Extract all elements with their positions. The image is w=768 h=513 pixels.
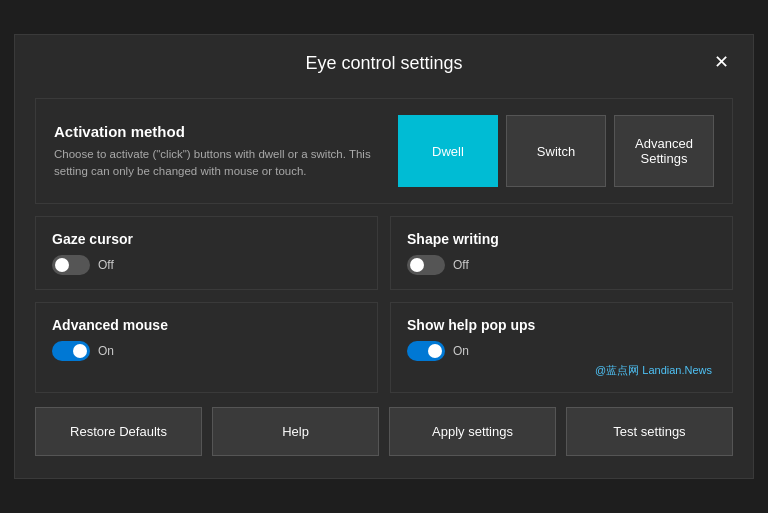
activation-title: Activation method xyxy=(54,123,378,140)
eye-control-dialog: Eye control settings ✕ Activation method… xyxy=(14,34,754,479)
show-help-title: Show help pop ups xyxy=(407,317,716,333)
show-help-label: On xyxy=(453,344,469,358)
dialog-body: Activation method Choose to activate ("c… xyxy=(15,88,753,478)
restore-defaults-button[interactable]: Restore Defaults xyxy=(35,407,202,456)
dialog-title: Eye control settings xyxy=(305,53,462,74)
advanced-mouse-toggle-row: On xyxy=(52,341,361,361)
gaze-cursor-toggle[interactable] xyxy=(52,255,90,275)
gaze-cursor-label: Off xyxy=(98,258,114,272)
shape-writing-title: Shape writing xyxy=(407,231,716,247)
shape-writing-toggle[interactable] xyxy=(407,255,445,275)
advanced-mouse-title: Advanced mouse xyxy=(52,317,361,333)
gaze-cursor-knob xyxy=(55,258,69,272)
bottom-buttons: Restore Defaults Help Apply settings Tes… xyxy=(35,407,733,462)
activation-buttons: Dwell Switch Advanced Settings xyxy=(398,115,714,187)
apply-settings-button[interactable]: Apply settings xyxy=(389,407,556,456)
activation-section: Activation method Choose to activate ("c… xyxy=(35,98,733,204)
switch-button[interactable]: Switch xyxy=(506,115,606,187)
advanced-mouse-toggle[interactable] xyxy=(52,341,90,361)
show-help-knob xyxy=(428,344,442,358)
close-button[interactable]: ✕ xyxy=(706,49,737,75)
shape-writing-knob xyxy=(410,258,424,272)
gaze-cursor-toggle-row: Off xyxy=(52,255,361,275)
watermark: @蓝点网 Landian.News xyxy=(407,363,716,378)
gaze-cursor-section: Gaze cursor Off xyxy=(35,216,378,290)
advanced-mouse-knob xyxy=(73,344,87,358)
help-button[interactable]: Help xyxy=(212,407,379,456)
advanced-mouse-label: On xyxy=(98,344,114,358)
advanced-mouse-section: Advanced mouse On xyxy=(35,302,378,393)
test-settings-button[interactable]: Test settings xyxy=(566,407,733,456)
dwell-button[interactable]: Dwell xyxy=(398,115,498,187)
show-help-section: Show help pop ups On @蓝点网 Landian.News xyxy=(390,302,733,393)
toggles-grid: Gaze cursor Off Shape writing Off xyxy=(35,216,733,393)
show-help-toggle-row: On xyxy=(407,341,716,361)
gaze-cursor-title: Gaze cursor xyxy=(52,231,361,247)
activation-desc: Choose to activate ("click") buttons wit… xyxy=(54,146,378,178)
show-help-toggle[interactable] xyxy=(407,341,445,361)
activation-text: Activation method Choose to activate ("c… xyxy=(54,123,378,178)
shape-writing-section: Shape writing Off xyxy=(390,216,733,290)
shape-writing-label: Off xyxy=(453,258,469,272)
shape-writing-toggle-row: Off xyxy=(407,255,716,275)
advanced-settings-button[interactable]: Advanced Settings xyxy=(614,115,714,187)
dialog-header: Eye control settings ✕ xyxy=(15,35,753,88)
